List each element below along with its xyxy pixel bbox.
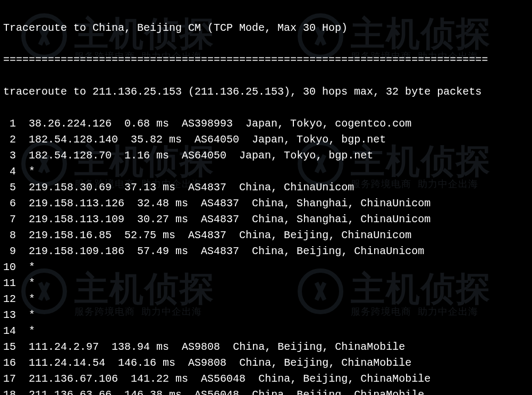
hop-ip: 211.136.63.66 (29, 389, 112, 395)
hop-rtt: 138.94 ms (112, 341, 169, 353)
hop-asn: AS4837 (188, 229, 226, 241)
hop-number: 10 (3, 259, 16, 275)
hop-number: 16 (3, 355, 16, 371)
hop-rtt: 57.49 ms (137, 245, 188, 257)
hop-number: 13 (3, 307, 16, 323)
hop-location: China, Beijing, ChinaMobile (258, 373, 430, 385)
hop-timeout: * (29, 309, 35, 321)
hop-rtt: 32.48 ms (137, 197, 188, 209)
hop-asn: AS64050 (182, 149, 226, 162)
hop-row: 13 * (3, 307, 529, 323)
hop-rtt: 52.75 ms (124, 229, 175, 241)
hop-asn: AS64050 (195, 133, 239, 146)
hop-ip: 38.26.224.126 (29, 117, 112, 130)
hop-location: China, Beijing, ChinaMobile (239, 357, 411, 369)
hop-ip: 182.54.128.140 (29, 133, 118, 146)
hop-location: China, ChinaUnicom (239, 181, 354, 194)
hop-number: 15 (3, 339, 16, 355)
hop-asn: AS398993 (182, 117, 233, 130)
hop-row: 2 182.54.128.140 35.82 ms AS64050 Japan,… (3, 132, 529, 148)
hop-row: 7 219.158.113.109 30.27 ms AS4837 China,… (3, 212, 529, 228)
hop-number: 7 (3, 212, 16, 228)
hop-row: 1 38.26.224.126 0.68 ms AS398993 Japan, … (3, 116, 529, 132)
hop-asn: AS56048 (201, 373, 246, 385)
hop-row: 3 182.54.128.70 1.16 ms AS64050 Japan, T… (3, 148, 529, 164)
hop-row: 11 * (3, 275, 529, 291)
hop-ip: 219.158.16.85 (29, 229, 112, 241)
hop-row: 8 219.158.16.85 52.75 ms AS4837 China, B… (3, 228, 529, 243)
hop-number: 6 (3, 196, 16, 212)
hop-location: China, Shanghai, ChinaUnicom (252, 197, 430, 209)
hop-number: 9 (3, 243, 16, 259)
hop-ip: 111.24.14.54 (29, 357, 105, 369)
hop-number: 17 (3, 371, 16, 387)
hop-rtt: 1.16 ms (124, 149, 169, 162)
hop-rtt: 146.16 ms (118, 357, 175, 369)
hop-number: 1 (3, 116, 16, 132)
hop-number: 14 (3, 323, 16, 339)
hop-asn: AS56048 (195, 389, 239, 395)
hop-number: 18 (3, 387, 16, 395)
hop-number: 12 (3, 291, 16, 307)
hop-row: 14 * (3, 323, 529, 339)
hop-row: 17 211.136.67.106 141.22 ms AS56048 Chin… (3, 371, 529, 387)
hops-list: 1 38.26.224.126 0.68 ms AS398993 Japan, … (3, 116, 529, 395)
hop-location: China, Beijing, ChinaMobile (252, 389, 424, 395)
hop-ip: 219.158.109.186 (29, 245, 124, 257)
hop-asn: AS9808 (188, 357, 226, 369)
trace-cmdline: traceroute to 211.136.25.153 (211.136.25… (3, 84, 529, 100)
hop-rtt: 141.22 ms (131, 373, 188, 385)
hop-location: China, Beijing, ChinaUnicom (252, 245, 424, 257)
trace-title: Traceroute to China, Beijing CM (TCP Mod… (3, 20, 529, 36)
hop-number: 5 (3, 180, 16, 196)
hop-rtt: 37.13 ms (124, 181, 175, 194)
hop-location: Japan, Tokyo, cogentco.com (246, 117, 411, 130)
hop-number: 2 (3, 132, 16, 148)
hop-row: 12 * (3, 291, 529, 307)
hop-location: Japan, Tokyo, bgp.net (239, 149, 373, 162)
hop-asn: AS4837 (188, 181, 226, 194)
hop-row: 5 219.158.30.69 37.13 ms AS4837 China, C… (3, 180, 529, 196)
hop-rtt: 146.38 ms (124, 389, 182, 395)
hop-number: 11 (3, 275, 16, 291)
hop-row: 6 219.158.113.126 32.48 ms AS4837 China,… (3, 196, 529, 212)
hop-asn: AS9808 (182, 341, 220, 353)
hop-asn: AS4837 (201, 245, 239, 257)
hop-timeout: * (29, 325, 35, 337)
terminal-output: Traceroute to China, Beijing CM (TCP Mod… (0, 0, 532, 395)
hop-timeout: * (29, 261, 35, 273)
hop-location: China, Shanghai, ChinaUnicom (252, 213, 430, 225)
hop-asn: AS4837 (201, 213, 239, 225)
hop-number: 3 (3, 148, 16, 164)
hop-timeout: * (29, 165, 35, 178)
hop-rtt: 0.68 ms (124, 117, 169, 130)
hop-location: China, Beijing, ChinaUnicom (239, 229, 411, 241)
hop-ip: 211.136.67.106 (29, 373, 118, 385)
hop-ip: 219.158.113.126 (29, 197, 124, 209)
hop-row: 15 111.24.2.97 138.94 ms AS9808 China, B… (3, 339, 529, 355)
hop-row: 9 219.158.109.186 57.49 ms AS4837 China,… (3, 243, 529, 259)
hop-location: Japan, Tokyo, bgp.net (252, 133, 386, 146)
hop-asn: AS4837 (201, 197, 239, 209)
hop-ip: 182.54.128.70 (29, 149, 112, 162)
trace-divider: ========================================… (3, 52, 529, 68)
hop-row: 18 211.136.63.66 146.38 ms AS56048 China… (3, 387, 529, 395)
hop-ip: 111.24.2.97 (29, 341, 99, 353)
hop-rtt: 30.27 ms (137, 213, 188, 225)
hop-row: 16 111.24.14.54 146.16 ms AS9808 China, … (3, 355, 529, 371)
hop-timeout: * (29, 277, 35, 289)
hop-row: 4 * (3, 164, 529, 180)
hop-row: 10 * (3, 259, 529, 275)
hop-ip: 219.158.30.69 (29, 181, 112, 194)
hop-number: 8 (3, 228, 16, 243)
hop-timeout: * (29, 293, 35, 305)
hop-rtt: 35.82 ms (131, 133, 182, 146)
hop-ip: 219.158.113.109 (29, 213, 124, 225)
hop-location: China, Beijing, ChinaMobile (233, 341, 405, 353)
hop-number: 4 (3, 164, 16, 180)
